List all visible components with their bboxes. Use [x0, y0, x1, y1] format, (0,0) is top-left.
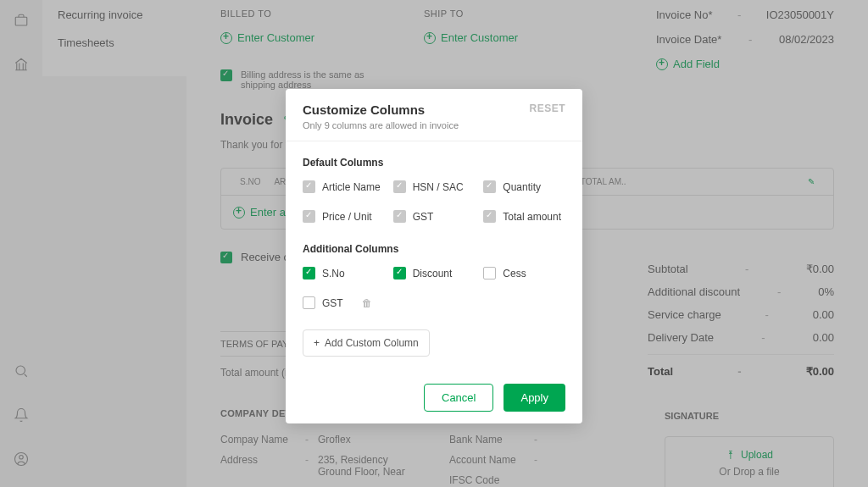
- add-custom-column-button[interactable]: +Add Custom Column: [303, 329, 430, 357]
- checkbox-checked-icon: [303, 267, 315, 279]
- checkbox-empty-icon: [303, 296, 315, 309]
- checkbox-checked-icon: [393, 267, 406, 279]
- col-cess[interactable]: Cess: [483, 267, 565, 279]
- reset-button[interactable]: RESET: [529, 102, 565, 114]
- col-article-name[interactable]: Article Name: [303, 180, 385, 193]
- modal-title: Customize Columns: [303, 102, 565, 117]
- trash-icon[interactable]: 🗑: [362, 297, 372, 309]
- checkbox-locked-icon: [393, 180, 406, 193]
- col-price-unit[interactable]: Price / Unit: [303, 210, 385, 223]
- col-total-amount[interactable]: Total amount: [483, 210, 565, 223]
- customize-columns-modal: Customize Columns Only 9 columns are all…: [286, 89, 582, 423]
- checkbox-locked-icon: [303, 180, 315, 193]
- checkbox-locked-icon: [483, 210, 496, 223]
- apply-button[interactable]: Apply: [504, 384, 565, 412]
- default-columns-header: Default Columns: [303, 157, 565, 169]
- checkbox-locked-icon: [483, 180, 496, 193]
- col-discount[interactable]: Discount: [393, 267, 476, 279]
- col-gst-additional[interactable]: GST 🗑: [303, 296, 385, 309]
- col-sno[interactable]: S.No: [303, 267, 385, 279]
- checkbox-locked-icon: [393, 210, 406, 223]
- additional-columns-header: Additional Columns: [303, 243, 565, 255]
- col-hsn-sac[interactable]: HSN / SAC: [393, 180, 476, 193]
- checkbox-empty-icon: [483, 267, 496, 279]
- cancel-button[interactable]: Cancel: [424, 384, 493, 412]
- col-quantity[interactable]: Quantity: [483, 180, 565, 193]
- modal-subtitle: Only 9 columns are allowed in invoice: [303, 120, 565, 130]
- plus-icon: +: [314, 337, 320, 349]
- col-gst-default[interactable]: GST: [393, 210, 476, 223]
- checkbox-locked-icon: [303, 210, 315, 223]
